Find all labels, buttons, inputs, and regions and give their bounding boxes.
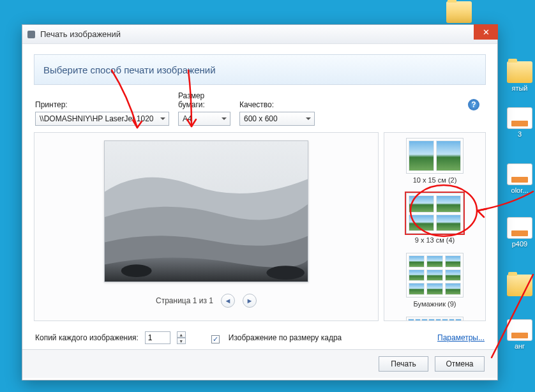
layout-label: 9 x 13 см (4) — [389, 236, 480, 244]
quality-label: Качество: — [239, 100, 315, 109]
copies-down[interactable]: ▼ — [177, 338, 186, 344]
svg-point-2 — [266, 266, 305, 280]
icon-label: 3 — [504, 130, 535, 138]
copies-input[interactable] — [145, 331, 170, 344]
app-icon — [27, 31, 35, 38]
preview-image — [104, 140, 308, 282]
banner-text: Выберите способ печати изображений — [43, 64, 216, 75]
layout-thumb — [406, 138, 463, 174]
layout-label: Бумажник (9) — [389, 300, 480, 308]
pager: Страница 1 из 1 ◄ ► — [156, 294, 257, 308]
desktop-file-4[interactable]: анг — [504, 319, 535, 350]
titlebar[interactable]: Печать изображений ✕ — [22, 25, 497, 44]
layout-contact-sheet[interactable] — [387, 313, 483, 321]
print-dialog: Печать изображений ✕ Выберите способ печ… — [22, 24, 498, 381]
layout-thumb — [406, 193, 463, 234]
page-indicator: Страница 1 из 1 — [156, 296, 213, 305]
help-button[interactable]: ? — [468, 99, 479, 110]
printer-label: Принтер: — [35, 100, 169, 109]
svg-point-1 — [121, 264, 152, 277]
layout-thumb — [406, 317, 463, 321]
icon-label: ятый — [504, 84, 535, 92]
layout-wallet[interactable]: Бумажник (9) — [387, 249, 483, 313]
chevron-left-icon: ◄ — [225, 297, 232, 305]
layout-9x13[interactable]: 9 x 13 см (4) — [387, 189, 483, 249]
close-icon: ✕ — [483, 27, 490, 37]
copies-row: Копий каждого изображения: ▲ ▼ Изображен… — [22, 325, 497, 349]
quality-value: 600 x 600 — [244, 114, 278, 123]
copies-label: Копий каждого изображения: — [35, 333, 139, 342]
paper-select[interactable]: A4 — [178, 112, 230, 126]
quality-select[interactable]: 600 x 600 — [239, 112, 315, 126]
close-button[interactable]: ✕ — [474, 24, 498, 40]
fit-label: Изображение по размеру кадра — [229, 333, 342, 342]
layout-10x15[interactable]: 10 x 15 см (2) — [387, 134, 483, 189]
layout-list[interactable]: 10 x 15 см (2) 9 x 13 см (4) Бумажник (9… — [384, 132, 486, 321]
preview-pane: Страница 1 из 1 ◄ ► — [34, 132, 379, 321]
icon-label: p409 — [504, 240, 535, 248]
printer-select[interactable]: \\DOMASHNIY\HP LaserJet 1020 — [35, 112, 169, 126]
printer-value: \\DOMASHNIY\HP LaserJet 1020 — [40, 114, 154, 123]
desktop-file-3[interactable]: p409 — [504, 217, 535, 248]
desktop-folder-3[interactable] — [504, 275, 535, 298]
parameters-link[interactable]: Параметры... — [437, 333, 485, 342]
print-button[interactable]: Печать — [379, 356, 428, 372]
landscape-image — [105, 141, 308, 282]
paper-label: Размер бумаги: — [178, 91, 230, 109]
paper-value: A4 — [183, 114, 192, 123]
desktop-folder-2[interactable]: ятый — [504, 61, 535, 92]
help-icon: ? — [471, 100, 476, 109]
desktop-file-2[interactable]: olor... — [504, 163, 535, 194]
banner: Выберите способ печати изображений — [34, 54, 486, 85]
dialog-footer: Печать Отмена — [22, 349, 497, 378]
window-title: Печать изображений — [40, 29, 121, 39]
icon-label: olor... — [504, 186, 535, 194]
fit-checkbox[interactable] — [211, 335, 220, 343]
layout-label: 10 x 15 см (2) — [389, 176, 480, 184]
next-page-button[interactable]: ► — [243, 294, 257, 308]
desktop-file-1[interactable]: 3 — [504, 107, 535, 138]
copies-up[interactable]: ▲ — [177, 331, 186, 338]
desktop-folder[interactable] — [444, 1, 474, 24]
prev-page-button[interactable]: ◄ — [221, 294, 235, 308]
icon-label: анг — [504, 342, 535, 350]
cancel-button[interactable]: Отмена — [435, 356, 485, 372]
settings-row: Принтер: \\DOMASHNIY\HP LaserJet 1020 Ра… — [22, 85, 497, 130]
layout-thumb — [406, 253, 463, 298]
chevron-right-icon: ► — [246, 297, 253, 305]
